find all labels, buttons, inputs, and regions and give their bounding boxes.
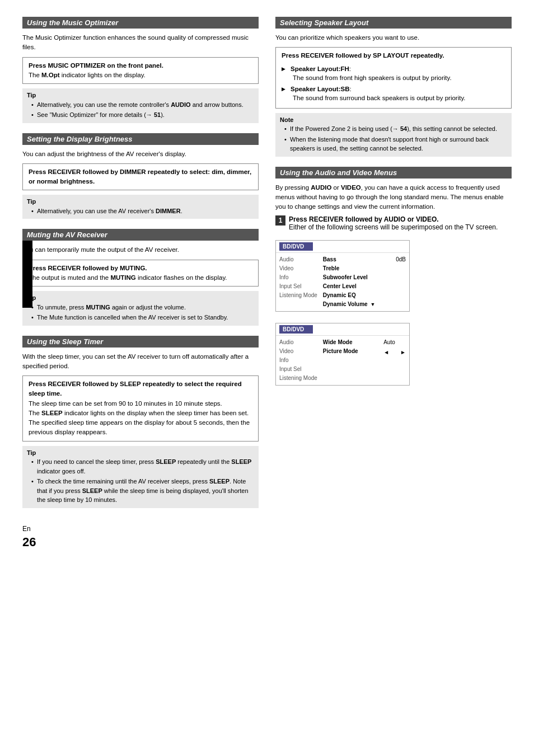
speaker-layout-fh-desc: The sound from front high speakers is ou… <box>291 74 452 81</box>
tip-item: To check the time remaining until the AV… <box>31 477 254 505</box>
section-display-brightness: Setting the Display Brightness You can a… <box>22 133 259 219</box>
step-1-sub: Either of the following screens will be … <box>289 223 498 231</box>
tip-list: If you need to cancel the sleep timer, p… <box>27 457 254 505</box>
instruction-sub2: The SLEEP indicator lights on the displa… <box>29 410 250 436</box>
music-optimizer-instruction: Press MUSIC OPTIMIZER on the front panel… <box>22 57 259 84</box>
section-speaker-layout: Selecting Speaker Layout You can priorit… <box>275 17 512 157</box>
right-arrow-icon: ► <box>400 348 406 357</box>
speaker-layout-sb: Speaker Layout:SB: The sound from surrou… <box>282 84 505 102</box>
tip-label: Tip <box>27 448 254 458</box>
section-music-optimizer: Using the Music Optimizer The Music Opti… <box>22 17 259 123</box>
page-number: 26 <box>22 535 36 550</box>
speaker-layout-body: You can prioritize which speakers you wa… <box>275 33 512 43</box>
left-bar <box>22 241 32 308</box>
tip-label: Tip <box>27 91 254 100</box>
page-footer: En 26 <box>22 525 259 550</box>
speaker-layout-instruction: Press RECEIVER followed by SP LAYOUT rep… <box>275 47 512 109</box>
down-arrow-icon: ▼ <box>370 302 375 307</box>
music-optimizer-tip: Tip Alternatively, you can use the remot… <box>22 88 259 123</box>
screen-audio-labels: AudioVideoInfoInput SelListening Mode <box>279 255 317 309</box>
display-brightness-tip: Tip Alternatively, you can use the AV re… <box>22 195 259 219</box>
right-column: Selecting Speaker Layout You can priorit… <box>275 17 512 550</box>
step-1-instruction: Press RECEIVER followed by AUDIO or VIDE… <box>289 215 439 223</box>
instruction-sub1: The sleep time can be set from 90 to 10 … <box>29 400 222 407</box>
display-brightness-instruction: Press RECEIVER followed by DIMMER repeat… <box>22 163 259 191</box>
note-item: If the Powered Zone 2 is being used (→ 5… <box>284 124 507 134</box>
tip-label: Tip <box>27 197 254 206</box>
tip-list: To unmute, press MUTING again or adjust … <box>27 303 254 322</box>
tip-list: Alternatively, you can use the remote co… <box>27 100 254 120</box>
sleep-timer-body: With the sleep timer, you can set the AV… <box>22 352 259 372</box>
tip-item: The Mute function is cancelled when the … <box>31 313 254 322</box>
muting-body: You can temporarily mute the output of t… <box>22 245 259 255</box>
screen-video-body: AudioVideoInfoInput SelListening Mode Wi… <box>276 336 409 385</box>
tip-item: To unmute, press MUTING again or adjust … <box>31 303 254 312</box>
note-label: Note <box>280 115 507 125</box>
section-title-muting: Muting the AV Receiver <box>22 229 259 241</box>
screen-video-values: Wide ModePicture Mode <box>323 338 378 356</box>
screen-video-labels: AudioVideoInfoInput SelListening Mode <box>279 338 317 383</box>
tip-item: Alternatively, you can use the AV receiv… <box>31 206 254 216</box>
note-item: When the listening mode that doesn't sup… <box>284 135 507 153</box>
instruction-bold: Press MUSIC OPTIMIZER on the front panel… <box>29 62 163 69</box>
step-1-content: Press RECEIVER followed by AUDIO or VIDE… <box>289 215 512 231</box>
instruction-sub: The output is muted and the MUTING indic… <box>29 274 227 281</box>
tip-label: Tip <box>27 293 254 303</box>
tip-list: Alternatively, you can use the AV receiv… <box>27 206 254 216</box>
muting-tip: Tip To unmute, press MUTING again or adj… <box>22 291 259 326</box>
speaker-layout-sb-desc: The sound from surround back speakers is… <box>291 95 466 101</box>
muting-instruction: Press RECEIVER followed by MUTING. The o… <box>22 260 259 287</box>
audio-video-menus-body: By pressing AUDIO or VIDEO, you can have… <box>275 183 512 212</box>
screen-audio: BD/DVD AudioVideoInfoInput SelListening … <box>275 240 410 312</box>
sleep-timer-instruction: Press RECEIVER followed by SLEEP repeate… <box>22 375 259 442</box>
screen-video-right: Auto ◄ ► <box>383 338 406 383</box>
step-number-1: 1 <box>275 215 285 226</box>
screens-container: BD/DVD AudioVideoInfoInput SelListening … <box>275 234 512 391</box>
screen-video-header: BD/DVD <box>279 325 313 334</box>
section-audio-video-menus: Using the Audio and Video Menus By press… <box>275 167 512 391</box>
section-title-audio-video-menus: Using the Audio and Video Menus <box>275 167 512 179</box>
section-sleep-timer: Using the Sleep Timer With the sleep tim… <box>22 336 259 508</box>
instruction-bold: Press RECEIVER followed by MUTING. <box>29 265 147 271</box>
instruction-bold: Press RECEIVER followed by SP LAYOUT rep… <box>282 52 444 59</box>
speaker-layout-note: Note If the Powered Zone 2 is being used… <box>275 113 512 157</box>
section-title-speaker-layout: Selecting Speaker Layout <box>275 17 512 29</box>
tip-item: If you need to cancel the sleep timer, p… <box>31 457 254 476</box>
sleep-timer-tip: Tip If you need to cancel the sleep time… <box>22 446 259 508</box>
screen-video: BD/DVD AudioVideoInfoInput SelListening … <box>275 323 410 386</box>
display-brightness-body: You can adjust the brightness of the AV … <box>22 149 259 159</box>
tip-item: Alternatively, you can use the remote co… <box>31 100 254 110</box>
screen-audio-header: BD/DVD <box>279 242 313 251</box>
speaker-layout-fh: Speaker Layout:FH: The sound from front … <box>282 64 505 82</box>
section-title-music-optimizer: Using the Music Optimizer <box>22 17 259 29</box>
section-title-display-brightness: Setting the Display Brightness <box>22 133 259 145</box>
note-list: If the Powered Zone 2 is being used (→ 5… <box>280 124 507 153</box>
page-en: En <box>22 525 36 533</box>
instruction-bold: Press RECEIVER followed by SLEEP repeate… <box>29 381 242 397</box>
screen-audio-body: AudioVideoInfoInput SelListening Mode Ba… <box>276 253 409 311</box>
screen-audio-values: BassTrebleSubwoofer LevelCenter LevelDyn… <box>323 255 390 309</box>
music-optimizer-body: The Music Optimizer function enhances th… <box>22 33 259 53</box>
left-column: Using the Music Optimizer The Music Opti… <box>22 17 259 550</box>
section-muting: Muting the AV Receiver You can temporari… <box>22 229 259 325</box>
instruction-sub: The M.Opt indicator lights on the displa… <box>29 72 146 78</box>
section-title-sleep-timer: Using the Sleep Timer <box>22 336 259 348</box>
tip-item: See "Music Optimizer" for more details (… <box>31 110 254 120</box>
step-1-row: 1 Press RECEIVER followed by AUDIO or VI… <box>275 215 512 231</box>
instruction-bold: Press RECEIVER followed by DIMMER repeat… <box>29 168 251 185</box>
left-arrow-icon: ◄ <box>383 348 389 357</box>
screen-audio-right: 0dB <box>396 255 406 309</box>
